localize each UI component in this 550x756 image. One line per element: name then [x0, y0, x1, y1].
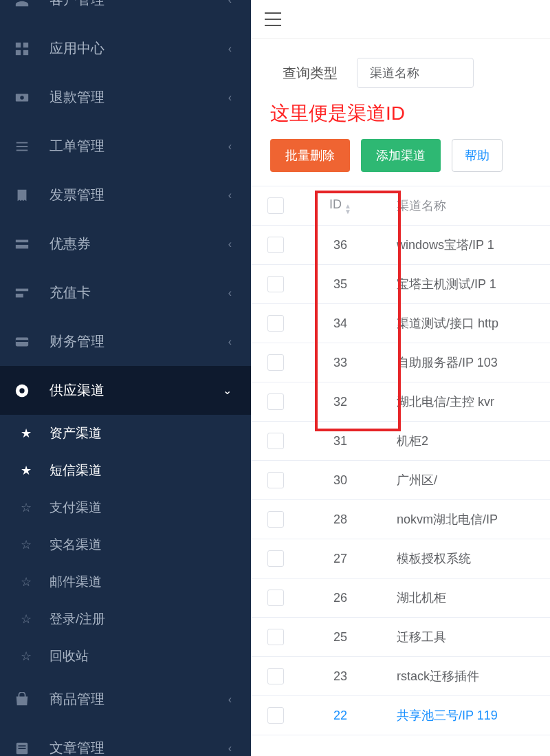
cell-name: 自助服务器/IP 103 — [380, 354, 550, 371]
row-checkbox[interactable] — [267, 511, 284, 528]
column-header-name[interactable]: 渠道名称 — [380, 197, 550, 214]
sidebar-item-商品管理[interactable]: 商品管理‹ — [0, 675, 251, 724]
svg-rect-6 — [16, 142, 28, 143]
column-header-id[interactable]: ID▲▼ — [300, 197, 380, 215]
svg-rect-3 — [23, 50, 28, 54]
table-row: 30 广州区/ — [251, 461, 550, 500]
sidebar-item-label: 发票管理 — [50, 186, 104, 204]
batch-delete-button[interactable]: 批量删除 — [270, 139, 350, 172]
row-checkbox[interactable] — [267, 276, 284, 292]
cell-id: 31 — [300, 434, 380, 449]
star-icon: ★ — [21, 426, 34, 441]
filter-bar: 查询类型 渠道名称 — [251, 39, 550, 96]
cell-name: 湖北机柜 — [380, 590, 550, 606]
cell-name: 宝塔主机测试/IP 1 — [380, 276, 550, 292]
row-checkbox[interactable] — [267, 629, 284, 645]
sidebar-item-label: 回收站 — [50, 647, 89, 665]
sidebar-subitem-短信渠道[interactable]: ★短信渠道 — [0, 452, 251, 489]
svg-rect-19 — [19, 748, 26, 749]
sidebar-subitem-资产渠道[interactable]: ★资产渠道 — [0, 415, 251, 452]
cell-id: 35 — [300, 277, 380, 292]
grid-icon — [14, 41, 30, 57]
table-row: 33 自助服务器/IP 103 — [251, 343, 550, 382]
invoice-icon — [14, 187, 30, 204]
channel-table: ID▲▼ 渠道名称 36 windows宝塔/IP 1 35 宝塔主机测试/IP… — [251, 186, 550, 735]
cell-name: rstack迁移插件 — [380, 668, 550, 684]
sidebar-subitem-登录/注册[interactable]: ☆登录/注册 — [0, 601, 251, 638]
cell-name[interactable]: 共享池三号/IP 119 — [380, 707, 550, 724]
select-all-checkbox[interactable] — [267, 197, 284, 214]
bag-icon — [14, 691, 30, 708]
sidebar-item-优惠券[interactable]: 优惠券‹ — [0, 219, 251, 268]
cell-id: 34 — [300, 316, 380, 331]
sidebar-item-label: 商品管理 — [50, 690, 104, 709]
card-icon — [14, 285, 30, 301]
cell-id: 36 — [300, 238, 380, 252]
cell-id: 30 — [300, 473, 380, 488]
sidebar-item-退款管理[interactable]: 退款管理‹ — [0, 73, 251, 122]
chevron-right-icon: ‹ — [228, 693, 232, 706]
svg-point-5 — [20, 96, 24, 100]
star-icon: ★ — [21, 463, 34, 478]
sidebar-item-label: 优惠券 — [50, 235, 91, 253]
help-button[interactable]: 帮助 — [452, 139, 503, 172]
sidebar-item-工单管理[interactable]: 工单管理‹ — [0, 122, 251, 171]
cell-name: 机柜2 — [380, 433, 550, 449]
sidebar-subitem-支付渠道[interactable]: ☆支付渠道 — [0, 489, 251, 526]
sidebar-item-发票管理[interactable]: 发票管理‹ — [0, 171, 251, 219]
sidebar-item-label: 工单管理 — [50, 137, 104, 155]
filter-type-select[interactable]: 渠道名称 — [357, 58, 474, 88]
sidebar-item-label: 退款管理 — [50, 88, 104, 107]
sidebar-subitem-邮件渠道[interactable]: ☆邮件渠道 — [0, 563, 251, 601]
row-checkbox[interactable] — [267, 550, 284, 567]
row-checkbox[interactable] — [267, 707, 284, 724]
sidebar-item-供应渠道[interactable]: 供应渠道⌄ — [0, 366, 251, 415]
chevron-right-icon: ‹ — [228, 742, 232, 755]
add-channel-button[interactable]: 添加渠道 — [361, 139, 441, 172]
table-row: 35 宝塔主机测试/IP 1 — [251, 265, 550, 304]
row-checkbox[interactable] — [267, 472, 284, 488]
sort-icon: ▲▼ — [344, 204, 351, 215]
sidebar-subitem-回收站[interactable]: ☆回收站 — [0, 638, 251, 675]
user-icon — [14, 0, 30, 8]
sidebar-item-label: 登录/注册 — [50, 610, 105, 628]
annotation-text: 这里便是渠道ID — [251, 96, 550, 139]
cell-id: 23 — [300, 669, 380, 684]
table-row: 31 机柜2 — [251, 422, 550, 461]
table-row: 36 windows宝塔/IP 1 — [251, 226, 550, 265]
chevron-right-icon: ‹ — [228, 91, 232, 104]
row-checkbox[interactable] — [267, 393, 284, 410]
chevron-right-icon: ‹ — [228, 287, 232, 299]
sidebar-item-label: 充值卡 — [50, 283, 91, 302]
cell-id: 27 — [300, 552, 380, 566]
table-header: ID▲▼ 渠道名称 — [251, 186, 550, 226]
refund-icon — [14, 89, 30, 106]
sidebar-item-label: 文章管理 — [50, 739, 104, 756]
table-row: 25 迁移工具 — [251, 618, 550, 657]
sidebar-subitem-实名渠道[interactable]: ☆实名渠道 — [0, 526, 251, 563]
sidebar-item-应用中心[interactable]: 应用中心‹ — [0, 24, 251, 73]
svg-rect-14 — [16, 340, 28, 342]
supply-icon — [14, 382, 30, 399]
table-row: 28 nokvm湖北电信/IP — [251, 500, 550, 539]
article-icon — [14, 740, 30, 757]
row-checkbox[interactable] — [267, 237, 284, 253]
row-checkbox[interactable] — [267, 433, 284, 449]
row-checkbox[interactable] — [267, 315, 284, 332]
cell-id: 26 — [300, 591, 380, 605]
menu-toggle-icon[interactable] — [265, 12, 281, 26]
svg-rect-1 — [23, 42, 28, 47]
sidebar: 客户管理‹应用中心‹退款管理‹工单管理‹发票管理‹优惠券‹充值卡‹财务管理‹供应… — [0, 0, 251, 756]
row-checkbox[interactable] — [267, 668, 284, 684]
sidebar-item-财务管理[interactable]: 财务管理‹ — [0, 317, 251, 366]
sidebar-item-文章管理[interactable]: 文章管理‹ — [0, 724, 251, 756]
sidebar-item-充值卡[interactable]: 充值卡‹ — [0, 268, 251, 317]
row-checkbox[interactable] — [267, 590, 284, 606]
main-panel: 查询类型 渠道名称 这里便是渠道ID 批量删除 添加渠道 帮助 ID▲▼ 渠道名… — [251, 0, 550, 756]
cell-id: 28 — [300, 512, 380, 527]
row-checkbox[interactable] — [267, 354, 284, 371]
sidebar-item-客户管理[interactable]: 客户管理‹ — [0, 0, 251, 24]
chevron-right-icon: ‹ — [228, 238, 232, 250]
cell-name: 广州区/ — [380, 472, 550, 488]
svg-rect-18 — [19, 745, 26, 746]
